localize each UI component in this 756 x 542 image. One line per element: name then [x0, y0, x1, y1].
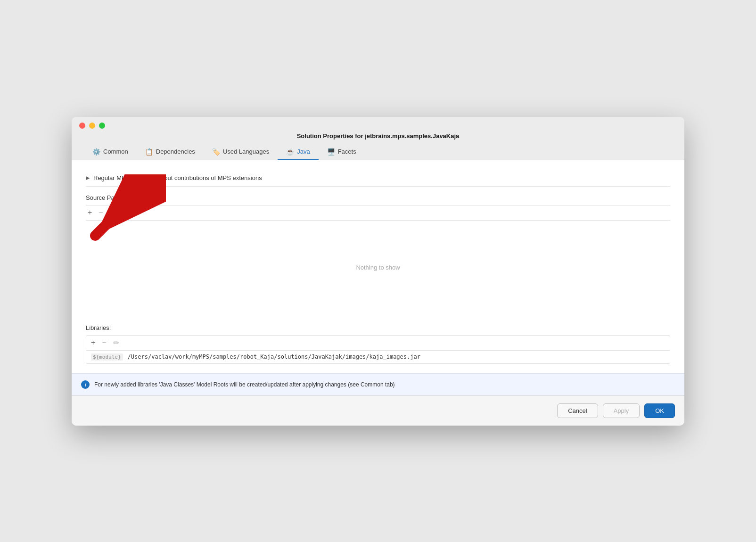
window-title: Solution Properties for jetbrains.mps.sa… — [297, 132, 460, 140]
libraries-section: Libraries: + − ✏ ${module} /Users/vaclav… — [86, 324, 670, 364]
libraries-toolbar: + − ✏ — [86, 336, 670, 351]
tab-dependencies[interactable]: 📋 Dependencies — [137, 144, 204, 160]
module-row: ▶ Regular MPS module without contributio… — [86, 170, 670, 187]
tab-facets[interactable]: 🖥️ Facets — [319, 144, 365, 160]
source-paths-toolbar: + − ✏ — [86, 205, 670, 221]
lib-add-button[interactable]: + — [89, 337, 97, 348]
tab-used-languages[interactable]: 🏷️ Used Languages — [204, 144, 278, 160]
source-remove-button[interactable]: − — [97, 207, 105, 218]
source-paths-empty: Nothing to show — [86, 221, 670, 315]
chevron-icon[interactable]: ▶ — [86, 175, 90, 181]
apply-button[interactable]: Apply — [603, 403, 640, 418]
module-label: Regular MPS module without contributions… — [93, 174, 262, 181]
minimize-button[interactable] — [89, 123, 95, 129]
source-paths-title: Source Paths: — [86, 194, 670, 201]
library-item: ${module} /Users/vaclav/work/myMPS/sampl… — [86, 351, 670, 363]
source-paths-section: Source Paths: + − ✏ Nothing to show — [86, 194, 670, 315]
ok-button[interactable]: OK — [644, 403, 675, 418]
libraries-list: + − ✏ ${module} /Users/vaclav/work/myMPS… — [86, 335, 670, 364]
dependencies-icon: 📋 — [145, 148, 153, 156]
lib-edit-button[interactable]: ✏ — [111, 337, 121, 348]
common-icon: ⚙️ — [92, 148, 100, 156]
maximize-button[interactable] — [99, 123, 105, 129]
tab-common[interactable]: ⚙️ Common — [84, 144, 137, 160]
lib-remove-button[interactable]: − — [100, 337, 108, 348]
java-icon: ☕ — [286, 148, 294, 156]
libraries-title: Libraries: — [86, 324, 670, 331]
module-var-badge: ${module} — [91, 353, 123, 361]
source-add-button[interactable]: + — [86, 207, 94, 218]
close-button[interactable] — [79, 123, 85, 129]
info-bar: i For newly added libraries 'Java Classe… — [72, 373, 684, 395]
facets-icon: 🖥️ — [327, 148, 335, 156]
library-path: /Users/vaclav/work/myMPS/samples/robot_K… — [128, 353, 420, 360]
source-edit-button[interactable]: ✏ — [108, 207, 118, 218]
nothing-to-show-label: Nothing to show — [356, 264, 400, 271]
button-row: Cancel Apply OK — [72, 395, 684, 426]
cancel-button[interactable]: Cancel — [557, 403, 598, 418]
info-text: For newly added libraries 'Java Classes'… — [94, 381, 395, 388]
info-icon: i — [81, 380, 90, 389]
tab-java[interactable]: ☕ Java — [278, 144, 318, 160]
tab-bar: ⚙️ Common 📋 Dependencies 🏷️ Used Languag… — [79, 144, 677, 160]
used-languages-icon: 🏷️ — [212, 148, 220, 156]
